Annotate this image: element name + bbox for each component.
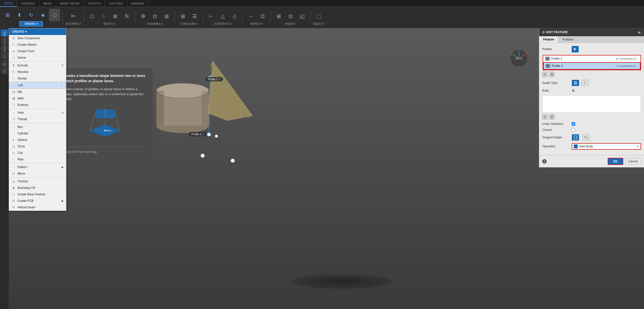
toolbar-sweep-btn[interactable]: ◈	[37, 9, 48, 21]
menu-item-derive[interactable]: ↗ Derive	[9, 54, 66, 61]
toolbar-insert-3[interactable]: ◱	[297, 10, 308, 22]
menu-item-boundary-fill[interactable]: ◉ Boundary Fill	[9, 185, 66, 191]
side-panel-name[interactable]: Name...	[1, 44, 8, 51]
toolbar-loft-btn[interactable]: ⬡	[49, 9, 60, 21]
toolbar-modify-1[interactable]: ⬡	[86, 10, 97, 22]
toolbar-modify-3[interactable]: ⊞	[110, 10, 121, 22]
profile-item-2[interactable]: Profile 2 🔗 Connected (C...	[543, 62, 640, 70]
toolbar-construct-1[interactable]: ⊢	[205, 10, 216, 22]
menu-item-mirror[interactable]: ⊟ Mirror	[9, 170, 66, 177]
menu-item-web[interactable]: ▦ Web	[9, 95, 66, 102]
toolbar-inspect-1[interactable]: ↔	[245, 10, 256, 22]
profile2-shape-icon	[546, 64, 550, 67]
tangent-edges-btn1[interactable]	[572, 134, 579, 141]
closed-checkbox[interactable]	[572, 128, 575, 132]
side-panel-or[interactable]: Or...	[1, 52, 8, 59]
toolbar-modify-4[interactable]: fx	[121, 10, 132, 22]
side-panel-doc[interactable]: Docu...	[1, 37, 8, 44]
menu-item-thicken[interactable]: ◈ Thicken	[9, 178, 66, 185]
configure-label[interactable]: CONFIGURE ▾	[180, 22, 197, 25]
toolbar-assemble-1[interactable]: ⚙	[138, 10, 149, 22]
info-icon[interactable]: ℹ	[542, 159, 547, 164]
toolbar-construct-3[interactable]: ◇	[229, 10, 240, 22]
menu-item-pattern[interactable]: ⋯ Pattern ▶	[9, 164, 66, 170]
toolbar-modify-2[interactable]: ○	[98, 10, 109, 22]
side-panel-bo[interactable]: Bo...	[1, 59, 8, 66]
chain-selection-checkbox[interactable]	[572, 122, 575, 126]
profile-item-1[interactable]: Profile 1 🔗 Connected (C...	[543, 55, 640, 62]
toolbar-insert-1[interactable]: ⊞	[273, 10, 284, 22]
remove-profile-btn[interactable]: ✕	[549, 72, 555, 77]
modify-label[interactable]: MODIFY ▾	[104, 22, 115, 25]
operation-select[interactable]: New Body ▼	[572, 143, 641, 150]
add-rail-btn[interactable]: +	[542, 114, 548, 120]
tab-sheet-metal[interactable]: SHEET METAL	[56, 0, 85, 7]
menu-item-cylinder[interactable]: ⌒ Cylinder	[9, 130, 66, 137]
toolbar-assemble-2[interactable]: ⊡	[149, 10, 160, 22]
menu-item-create-pcb[interactable]: ⊞ Create PCB ▶	[9, 198, 66, 204]
toolbar-new-body-btn[interactable]: ⊞	[2, 9, 13, 21]
menu-item-pipe[interactable]: ⌐ Pipe	[9, 156, 66, 163]
tab-utilities[interactable]: UTILITIES	[105, 0, 127, 7]
profile1-viewport-label[interactable]: Profile 1 ▼	[189, 132, 207, 136]
assemble-label[interactable]: ASSEMBLE ▾	[147, 22, 163, 25]
toolbar-revolve-btn[interactable]: ↻	[26, 9, 37, 21]
side-panel-pro[interactable]: Pro...	[1, 29, 8, 36]
guide-type-centerline-btn[interactable]	[581, 80, 589, 86]
toolbar-assemble-3[interactable]: ⊞	[161, 10, 172, 22]
toolbar-extrude-btn[interactable]: ⬆	[14, 9, 25, 21]
create-menu-header[interactable]: CREATE ▾	[9, 28, 66, 35]
toolbar-select-1[interactable]: ⬚	[313, 10, 325, 22]
ok-button[interactable]: OK	[608, 158, 623, 165]
menu-item-torus[interactable]: ◎ Torus	[9, 143, 66, 150]
inspect-label[interactable]: INSPECT ▾	[250, 22, 263, 25]
tangent-edges-btn2[interactable]	[582, 134, 590, 141]
menu-item-coil[interactable]: ⟳ Coil	[9, 150, 66, 156]
menu-item-box[interactable]: □ Box	[9, 124, 66, 130]
toolbar-automate-icon[interactable]: ✂	[68, 10, 79, 22]
tab-mesh[interactable]: MESH	[39, 0, 56, 7]
construct-label[interactable]: CONSTRUCT ▾	[214, 22, 231, 25]
tab-solid[interactable]: SOLID	[0, 0, 17, 7]
tab-manage[interactable]: MANAGE	[127, 0, 148, 7]
toolbar-insert-2[interactable]: ⊡	[285, 10, 296, 22]
remove-rail-btn[interactable]: ✕	[549, 114, 555, 120]
panel-tab-feature[interactable]: Feature	[539, 36, 558, 43]
tab-plastic[interactable]: PLASTIC	[85, 0, 105, 7]
tab-surface[interactable]: SURFACE	[17, 0, 39, 7]
add-profile-btn[interactable]: +	[542, 72, 548, 77]
menu-item-rib[interactable]: ▤ Rib	[9, 89, 66, 95]
profile2-viewport-label[interactable]: Profile 2 ▼	[205, 77, 223, 81]
menu-item-emboss[interactable]: ⬡ Emboss	[9, 102, 66, 108]
menu-item-extrude[interactable]: ⬆ Extrude E	[9, 62, 66, 69]
automate-label[interactable]: AUTOMATE ▾	[65, 22, 81, 25]
menu-item-create-base-feature[interactable]: ◻ Create Base Feature	[9, 191, 66, 198]
panel-collapse-btn[interactable]: ▶	[638, 30, 641, 34]
insert-label[interactable]: INSERT ▾	[285, 22, 296, 25]
loft-tooltip-panel: Creates a transitional shape between two…	[58, 68, 153, 159]
guide-type-rails-btn[interactable]	[572, 80, 579, 86]
menu-item-revolve[interactable]: ↻ Revolve	[9, 69, 66, 75]
menu-item-sphere[interactable]: ● Sphere	[9, 137, 66, 143]
menu-item-new-component[interactable]: ⊞ New Component	[9, 35, 66, 41]
menu-item-thread[interactable]: ⌀ Thread	[9, 116, 66, 122]
menu-item-sweep[interactable]: ⤷ Sweep	[9, 75, 66, 82]
rails-row: Rails	[542, 89, 641, 93]
toolbar-inspect-2[interactable]: ⊡	[257, 10, 268, 22]
rails-selection-box[interactable]	[542, 95, 641, 113]
profiles-select-btn[interactable]	[572, 46, 579, 52]
side-panel-sk[interactable]: Sk...	[1, 67, 8, 74]
select-label[interactable]: SELECT ▾	[313, 22, 325, 25]
menu-item-loft[interactable]: ◇ Loft ⋮	[9, 82, 66, 89]
loft-more-btn[interactable]: ⋮	[60, 83, 63, 87]
create-menu-btn[interactable]: CREATE ▾	[19, 21, 43, 26]
panel-tab-analysis[interactable]: Analysis	[558, 36, 578, 43]
menu-item-create-sketch[interactable]: ✏ Create Sketch	[9, 41, 66, 48]
menu-item-helical-gear[interactable]: ⚙ Helical Gear+	[9, 204, 66, 211]
cancel-button[interactable]: Cancel	[625, 158, 641, 165]
toolbar-configure-1[interactable]: ⊞	[177, 10, 188, 22]
toolbar-construct-2[interactable]: △	[217, 10, 228, 22]
menu-item-create-form[interactable]: ◈ Create Form	[9, 48, 66, 54]
menu-item-hole[interactable]: ○ Hole H	[9, 109, 66, 116]
toolbar-configure-2[interactable]: ☰	[189, 10, 200, 22]
